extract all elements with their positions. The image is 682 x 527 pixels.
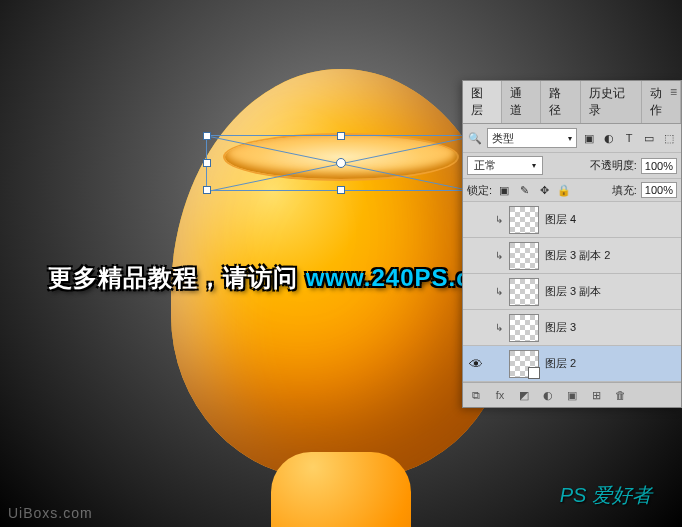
new-layer-icon[interactable]: ⊞: [587, 387, 605, 403]
filter-adjust-icon[interactable]: ◐: [601, 130, 617, 146]
tab-layers[interactable]: 图层: [463, 81, 502, 123]
adjustment-icon[interactable]: ◐: [539, 387, 557, 403]
chevron-down-icon: ▾: [568, 134, 572, 143]
tab-paths[interactable]: 路径: [541, 81, 580, 123]
delete-layer-icon[interactable]: 🗑: [611, 387, 629, 403]
watermark-ps: PS 爱好者: [560, 482, 652, 509]
filter-shape-icon[interactable]: ▭: [641, 130, 657, 146]
link-layers-icon[interactable]: ⧉: [467, 387, 485, 403]
layer-name[interactable]: 图层 3: [545, 320, 576, 335]
mask-icon[interactable]: ◩: [515, 387, 533, 403]
layer-thumbnail[interactable]: [509, 242, 539, 270]
layers-panel: ≡ 图层 通道 路径 历史记录 动作 🔍 类型 ▾ ▣ ◐ T ▭ ⬚ 正常 ▾…: [462, 80, 682, 408]
blend-mode-select[interactable]: 正常 ▾: [467, 156, 543, 175]
layer-row[interactable]: ↳ 图层 3 副本 2: [463, 238, 681, 274]
watermark-site: UiBoxs.com: [8, 505, 93, 521]
visibility-toggle[interactable]: 👁: [463, 356, 489, 372]
layer-row[interactable]: ↳ 图层 3 副本: [463, 274, 681, 310]
lock-label: 锁定:: [467, 183, 492, 198]
panel-footer: ⧉ fx ◩ ◐ ▣ ⊞ 🗑: [463, 382, 681, 407]
clip-arrow-icon: ↳: [489, 286, 509, 297]
transform-handle-bottom-mid[interactable]: [337, 186, 345, 194]
layer-row[interactable]: ↳ 图层 3: [463, 310, 681, 346]
tab-channels[interactable]: 通道: [502, 81, 541, 123]
layer-name[interactable]: 图层 3 副本: [545, 284, 601, 299]
transform-handle-top-left[interactable]: [203, 132, 211, 140]
overlay-caption: 更多精品教程，请访问 www.240PS.com: [48, 262, 509, 294]
transform-handle-bottom-left[interactable]: [203, 186, 211, 194]
layer-thumbnail[interactable]: [509, 278, 539, 306]
layer-thumbnail[interactable]: [509, 206, 539, 234]
layer-row[interactable]: ↳ 图层 4: [463, 202, 681, 238]
tab-history[interactable]: 历史记录: [581, 81, 642, 123]
layers-list: ↳ 图层 4 ↳ 图层 3 副本 2 ↳ 图层 3 副本 ↳ 图层 3 👁 图层…: [463, 202, 681, 382]
opacity-value[interactable]: 100%: [641, 158, 677, 174]
blend-row: 正常 ▾ 不透明度: 100%: [463, 153, 681, 179]
chevron-down-icon: ▾: [532, 161, 536, 170]
transform-handle-top-mid[interactable]: [337, 132, 345, 140]
overlay-text: 更多精品教程，请访问: [48, 264, 306, 291]
transform-handle-mid-left[interactable]: [203, 159, 211, 167]
filter-pixel-icon[interactable]: ▣: [581, 130, 597, 146]
fill-value[interactable]: 100%: [641, 182, 677, 198]
clip-arrow-icon: ↳: [489, 250, 509, 261]
orange-base: [271, 452, 411, 527]
group-icon[interactable]: ▣: [563, 387, 581, 403]
search-icon[interactable]: 🔍: [467, 130, 483, 146]
filter-text-icon[interactable]: T: [621, 130, 637, 146]
panel-tabs: 图层 通道 路径 历史记录 动作: [463, 81, 681, 124]
layer-thumbnail[interactable]: [509, 314, 539, 342]
opacity-label: 不透明度:: [590, 158, 637, 173]
clip-arrow-icon: ↳: [489, 214, 509, 225]
filter-row: 🔍 类型 ▾ ▣ ◐ T ▭ ⬚: [463, 124, 681, 153]
layer-name[interactable]: 图层 3 副本 2: [545, 248, 610, 263]
fill-label: 填充:: [612, 183, 637, 198]
filter-kind-select[interactable]: 类型 ▾: [487, 128, 577, 148]
filter-icons: ▣ ◐ T ▭ ⬚: [581, 130, 677, 146]
lock-transparent-icon[interactable]: ▣: [496, 182, 512, 198]
fx-icon[interactable]: fx: [491, 387, 509, 403]
free-transform-bounding-box[interactable]: [206, 135, 476, 191]
layer-name[interactable]: 图层 4: [545, 212, 576, 227]
layer-thumbnail[interactable]: [509, 350, 539, 378]
lock-pixels-icon[interactable]: ✎: [516, 182, 532, 198]
layer-row[interactable]: 👁 图层 2: [463, 346, 681, 382]
panel-menu-icon[interactable]: ≡: [670, 85, 677, 99]
lock-all-icon[interactable]: 🔒: [556, 182, 572, 198]
filter-smart-icon[interactable]: ⬚: [661, 130, 677, 146]
filter-kind-label: 类型: [492, 131, 514, 146]
lock-position-icon[interactable]: ✥: [536, 182, 552, 198]
clip-arrow-icon: ↳: [489, 322, 509, 333]
lock-row: 锁定: ▣ ✎ ✥ 🔒 填充: 100%: [463, 179, 681, 202]
layer-name[interactable]: 图层 2: [545, 356, 576, 371]
transform-center-point[interactable]: [336, 158, 346, 168]
blend-mode-value: 正常: [474, 158, 496, 173]
